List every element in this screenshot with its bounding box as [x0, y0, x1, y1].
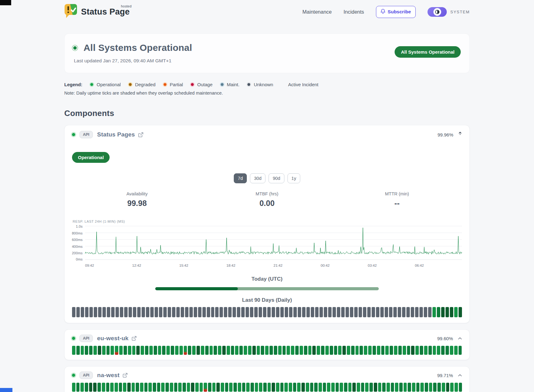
uptime-tick[interactable] — [237, 307, 240, 317]
uptime-tick[interactable] — [261, 346, 264, 355]
uptime-tick[interactable] — [123, 383, 126, 392]
uptime-tick[interactable] — [390, 346, 393, 355]
uptime-tick[interactable] — [419, 307, 423, 317]
uptime-tick[interactable] — [133, 307, 136, 317]
uptime-tick[interactable] — [215, 307, 219, 317]
uptime-tick[interactable] — [454, 346, 458, 355]
uptime-tick[interactable] — [293, 307, 297, 317]
uptime-tick[interactable] — [297, 383, 301, 392]
uptime-tick[interactable] — [162, 346, 165, 355]
uptime-tick[interactable] — [298, 307, 301, 317]
uptime-tick[interactable] — [149, 346, 153, 355]
uptime-tick[interactable] — [433, 346, 436, 355]
uptime-tick[interactable] — [450, 307, 453, 317]
uptime-tick[interactable] — [115, 307, 119, 317]
uptime-tick[interactable] — [340, 383, 343, 392]
uptime-tick[interactable] — [284, 383, 288, 392]
uptime-tick[interactable] — [355, 346, 359, 355]
uptime-tick[interactable] — [242, 383, 246, 392]
uptime-tick[interactable] — [327, 383, 330, 392]
uptime-tick[interactable] — [455, 383, 458, 392]
uptime-tick[interactable] — [146, 307, 149, 317]
uptime-tick[interactable] — [267, 307, 271, 317]
uptime-tick[interactable] — [391, 383, 394, 392]
uptime-tick[interactable] — [214, 346, 217, 355]
uptime-tick[interactable] — [333, 307, 336, 317]
uptime-tick[interactable] — [428, 307, 432, 317]
uptime-tick[interactable] — [183, 383, 186, 392]
uptime-tick[interactable] — [450, 346, 453, 355]
uptime-tick[interactable] — [459, 307, 462, 317]
uptime-tick[interactable] — [81, 307, 84, 317]
uptime-tick[interactable] — [254, 307, 258, 317]
subscribe-button[interactable]: Subscribe — [376, 6, 416, 18]
uptime-tick[interactable] — [415, 307, 419, 317]
uptime-tick[interactable] — [385, 307, 388, 317]
uptime-tick[interactable] — [441, 346, 445, 355]
uptime-tick[interactable] — [263, 307, 266, 317]
uptime-tick[interactable] — [276, 383, 279, 392]
uptime-tick[interactable] — [154, 346, 157, 355]
uptime-tick[interactable] — [319, 307, 323, 317]
uptime-tick[interactable] — [306, 307, 310, 317]
uptime-tick[interactable] — [145, 346, 148, 355]
uptime-tick[interactable] — [385, 346, 389, 355]
uptime-tick[interactable] — [269, 346, 273, 355]
uptime-tick[interactable] — [293, 383, 296, 392]
uptime-tick[interactable] — [412, 383, 415, 392]
nav-maintenance[interactable]: Maintenance — [302, 9, 332, 15]
uptime-tick[interactable] — [192, 346, 196, 355]
uptime-tick[interactable] — [407, 346, 410, 355]
uptime-tick[interactable] — [72, 383, 75, 392]
uptime-tick[interactable] — [157, 383, 161, 392]
uptime-tick[interactable] — [174, 383, 178, 392]
uptime-tick[interactable] — [106, 346, 110, 355]
uptime-tick[interactable] — [175, 346, 179, 355]
uptime-tick[interactable] — [76, 346, 80, 355]
uptime-tick[interactable] — [197, 346, 200, 355]
component-link-status-pages[interactable]: Status Pages — [97, 131, 143, 138]
uptime-tick[interactable] — [137, 307, 141, 317]
uptime-tick[interactable] — [459, 383, 462, 392]
uptime-tick[interactable] — [395, 383, 398, 392]
uptime-tick[interactable] — [331, 383, 335, 392]
uptime-tick[interactable] — [354, 307, 358, 317]
uptime-tick[interactable] — [178, 383, 182, 392]
uptime-tick[interactable] — [372, 307, 375, 317]
uptime-tick[interactable] — [222, 346, 226, 355]
uptime-tick[interactable] — [377, 346, 380, 355]
uptime-tick[interactable] — [216, 383, 220, 392]
uptime-tick[interactable] — [119, 346, 123, 355]
uptime-tick[interactable] — [406, 307, 410, 317]
uptime-tick[interactable] — [424, 307, 427, 317]
uptime-tick[interactable] — [124, 346, 127, 355]
uptime-tick[interactable] — [398, 346, 402, 355]
uptime-tick[interactable] — [301, 383, 305, 392]
uptime-tick[interactable] — [185, 307, 188, 317]
uptime-tick[interactable] — [361, 383, 364, 392]
brand[interactable]: Status Page hosted — [64, 4, 130, 20]
uptime-tick[interactable] — [276, 307, 279, 317]
component-link-eu-west-uk[interactable]: eu-west-uk — [97, 335, 137, 342]
uptime-tick[interactable] — [218, 346, 221, 355]
uptime-tick[interactable] — [189, 307, 193, 317]
uptime-tick[interactable] — [184, 346, 187, 355]
uptime-tick[interactable] — [376, 307, 379, 317]
uptime-tick[interactable] — [341, 307, 345, 317]
uptime-tick[interactable] — [233, 383, 237, 392]
expand-card-button[interactable] — [458, 337, 462, 340]
uptime-tick[interactable] — [244, 346, 247, 355]
uptime-tick[interactable] — [219, 307, 223, 317]
uptime-tick[interactable] — [212, 383, 216, 392]
uptime-tick[interactable] — [328, 307, 332, 317]
uptime-tick[interactable] — [98, 346, 101, 355]
uptime-tick[interactable] — [179, 346, 183, 355]
uptime-tick[interactable] — [278, 346, 282, 355]
uptime-tick[interactable] — [172, 307, 175, 317]
uptime-tick[interactable] — [148, 383, 152, 392]
uptime-tick[interactable] — [246, 307, 249, 317]
uptime-tick[interactable] — [432, 307, 436, 317]
uptime-tick[interactable] — [257, 346, 260, 355]
uptime-tick[interactable] — [239, 346, 243, 355]
uptime-tick[interactable] — [346, 307, 349, 317]
